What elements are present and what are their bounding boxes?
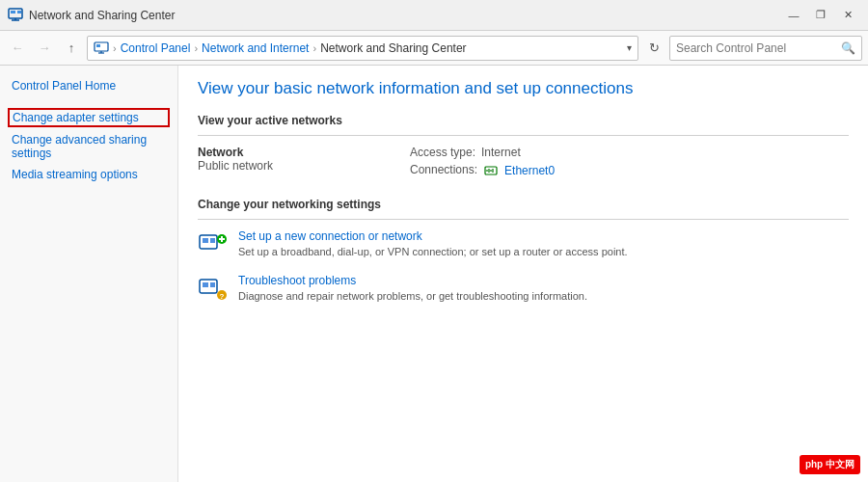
active-networks-label: View your active networks <box>198 114 849 127</box>
sep3: › <box>312 42 316 54</box>
close-button[interactable]: ✕ <box>835 6 860 25</box>
minimize-button[interactable]: — <box>781 6 806 25</box>
settings-section: Change your networking settings Set up a <box>198 198 849 305</box>
title-bar: Network and Sharing Center — ❐ ✕ <box>0 0 868 31</box>
connections-row: Connections: Ethernet0 <box>410 163 555 178</box>
sidebar-change-adapter[interactable]: Change adapter settings <box>8 108 170 127</box>
network-name-block: Network Public network <box>198 146 410 173</box>
network-name: Network <box>198 146 410 159</box>
troubleshoot-text: Troubleshoot problems Diagnose and repai… <box>238 274 849 303</box>
divider-2 <box>198 219 849 220</box>
refresh-button[interactable]: ↻ <box>642 37 665 60</box>
network-type: Public network <box>198 159 410 173</box>
divider-1 <box>198 135 849 136</box>
svg-rect-16 <box>210 238 215 243</box>
breadcrumb-icon <box>94 40 109 56</box>
svg-rect-8 <box>96 44 100 47</box>
ethernet-link[interactable]: Ethernet0 <box>504 163 555 178</box>
network-info: Network Public network Access type: Inte… <box>198 146 849 178</box>
svg-text:?: ? <box>220 292 225 301</box>
title-controls: — ❐ ✕ <box>781 6 860 25</box>
search-input[interactable] <box>676 41 841 55</box>
sep1: › <box>113 42 117 54</box>
breadcrumb-current: Network and Sharing Center <box>320 41 466 55</box>
main-container: Control Panel Home Change adapter settin… <box>0 66 868 482</box>
breadcrumb-control-panel[interactable]: Control Panel <box>121 41 191 55</box>
troubleshoot-item: ? Troubleshoot problems Diagnose and rep… <box>198 274 849 305</box>
ethernet-icon <box>483 163 499 178</box>
troubleshoot-desc: Diagnose and repair network problems, or… <box>238 290 587 302</box>
sep2: › <box>194 42 198 54</box>
sidebar-advanced-sharing[interactable]: Change advanced sharingsettings <box>8 131 170 162</box>
svg-rect-3 <box>11 11 15 13</box>
maximize-button[interactable]: ❐ <box>808 6 833 25</box>
window-icon <box>8 8 23 23</box>
troubleshoot-link[interactable]: Troubleshoot problems <box>238 274 849 287</box>
troubleshoot-icon: ? <box>198 274 229 305</box>
sidebar-media-streaming[interactable]: Media streaming options <box>8 166 170 183</box>
watermark: php 中文网 <box>800 455 860 474</box>
breadcrumb-network-internet[interactable]: Network and Internet <box>202 41 309 55</box>
search-bar: 🔍 <box>669 36 862 61</box>
back-button[interactable]: ← <box>6 37 29 60</box>
access-type-value: Internet <box>481 146 521 159</box>
sidebar-home[interactable]: Control Panel Home <box>8 77 170 94</box>
connections-label: Connections: <box>410 163 477 178</box>
up-button[interactable]: ↑ <box>60 37 83 60</box>
setup-connection-item: Set up a new connection or network Set u… <box>198 229 849 260</box>
setup-connection-link[interactable]: Set up a new connection or network <box>238 229 849 243</box>
setup-connection-icon <box>198 229 229 260</box>
search-icon: 🔍 <box>841 41 855 55</box>
network-details: Access type: Internet Connections: Ether… <box>410 146 555 178</box>
svg-rect-22 <box>210 282 215 287</box>
breadcrumb-dropdown[interactable]: ▾ <box>627 42 632 53</box>
content-area: View your basic network information and … <box>178 66 868 482</box>
sidebar: Control Panel Home Change adapter settin… <box>0 66 178 482</box>
address-bar: ← → ↑ › Control Panel › Network and Inte… <box>0 31 868 66</box>
window-title: Network and Sharing Center <box>29 9 175 22</box>
setup-connection-text: Set up a new connection or network Set u… <box>238 229 849 258</box>
access-type-label: Access type: <box>410 146 475 159</box>
forward-button[interactable]: → <box>33 37 56 60</box>
svg-rect-21 <box>203 282 208 287</box>
svg-rect-4 <box>17 11 21 13</box>
setup-connection-desc: Set up a broadband, dial-up, or VPN conn… <box>238 246 628 257</box>
svg-rect-15 <box>203 238 208 243</box>
settings-section-label: Change your networking settings <box>198 198 849 211</box>
title-bar-left: Network and Sharing Center <box>8 8 175 23</box>
breadcrumb-bar: › Control Panel › Network and Internet ›… <box>87 36 638 61</box>
access-type-row: Access type: Internet <box>410 146 555 159</box>
page-title: View your basic network information and … <box>198 79 849 98</box>
